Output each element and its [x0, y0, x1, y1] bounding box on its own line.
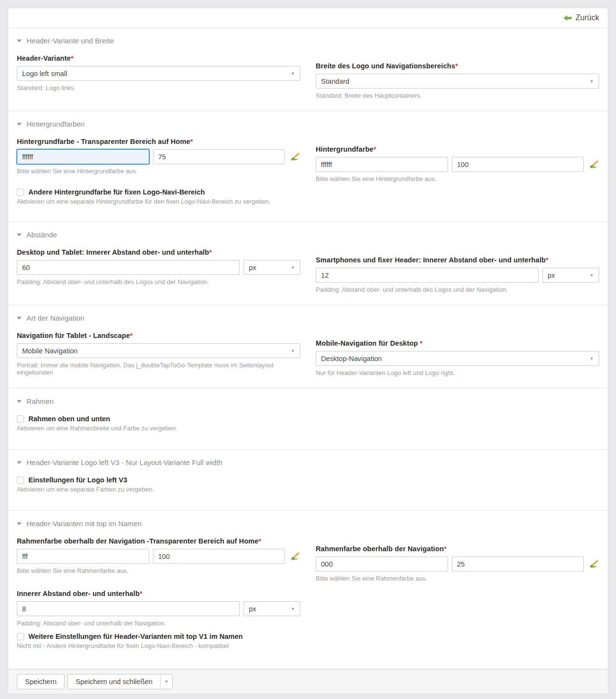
section-collapse-icon [17, 123, 22, 126]
mobile-navigation-desktop-select[interactable]: Desktop-Navigation [316, 351, 599, 366]
checkbox-help: Aktivieren um eine separate Hintergrundf… [17, 198, 599, 205]
color-picker-button[interactable] [289, 551, 300, 562]
section-title-label: Header-Variante und Breite [26, 37, 114, 45]
smartphone-abstand-input[interactable] [316, 268, 539, 283]
andere-hintergrundfarbe-checkbox[interactable] [17, 189, 24, 196]
required-mark: * [373, 145, 376, 153]
section-collapse-icon [17, 233, 22, 236]
field-hintergrundfarbe: Hintergrundfarbe* Bitte [316, 145, 599, 182]
paintbrush-icon [589, 160, 599, 168]
field-label: Innerer Abstand ober- und unterhalb* [17, 590, 300, 597]
field-label: Smartphones und fixer Header: Innerer Ab… [316, 256, 599, 264]
save-button[interactable]: Speichern [17, 674, 64, 689]
field-header-variante: Header-Variante* Logo left small Standar… [17, 54, 300, 99]
topbar: Zurück [8, 8, 608, 28]
field-innerer-abstand: Innerer Abstand ober- und unterhalb* px … [17, 590, 300, 627]
required-mark: * [258, 537, 261, 545]
header-variante-select[interactable]: Logo left small [17, 66, 300, 81]
section-logo-left-v3-toggle[interactable]: Header-Variante Logo left V3 - Nur Layou… [17, 456, 599, 466]
bg-transparent-color-input[interactable] [17, 149, 149, 164]
tablet-navigation-select[interactable]: Mobile Navigation [17, 343, 300, 358]
section-title-label: Hintergrundfarben [26, 120, 85, 128]
required-mark: * [444, 545, 447, 553]
field-help: Portrait: Immer die mobile Navigation. D… [17, 362, 300, 376]
required-mark: * [209, 248, 212, 256]
field-rahmen-oben-unten: Rahmen oben und unten Aktivieren um eine… [17, 415, 599, 432]
checkbox-label: Rahmen oben und unten [28, 415, 110, 423]
andere-hintergrundfarbe-checkbox-row[interactable]: Andere Hintergrundfarbe für fixen Logo-N… [17, 188, 599, 196]
field-label: Breite des Logo und Navigationsbereichs* [316, 62, 599, 70]
field-logo-navi-breite: Breite des Logo und Navigationsbereichs*… [316, 62, 599, 99]
save-options-dropdown-button[interactable] [160, 674, 173, 689]
section-hintergrundfarben-toggle[interactable]: Hintergrundfarben [17, 118, 599, 128]
color-picker-button[interactable] [588, 159, 599, 170]
rahmenfarbe-color-input[interactable] [316, 557, 448, 571]
required-mark: * [71, 54, 74, 62]
section-rahmen: Rahmen Rahmen oben und unten Aktivieren … [8, 388, 608, 450]
section-title-label: Header-Varianten mit top im Namen [26, 519, 141, 528]
section-collapse-icon [17, 39, 22, 42]
checkbox-help: Nicht mit - Andere Hintergrundfarbe für … [17, 642, 599, 649]
rahmen-checkbox[interactable] [17, 415, 24, 423]
back-label: Zurück [576, 13, 599, 22]
field-label: Rahmenfarbe oberhalb der Navigation -Tra… [17, 537, 300, 545]
field-label: Hintergrundfarbe - Transparenter Bereich… [17, 138, 300, 145]
paintbrush-icon [290, 153, 300, 161]
field-label: Navigation für Tablet - Landscape* [17, 332, 300, 339]
field-help: Standard: Breite des Hauptcontainers. [316, 92, 599, 99]
innerer-abstand-input[interactable] [17, 601, 240, 616]
field-label: Hintergrundfarbe* [316, 145, 599, 153]
required-mark: * [190, 138, 193, 145]
breite-select[interactable]: Standard [316, 74, 599, 89]
field-help: Padding: Abstand ober- und unterhalb des… [316, 286, 599, 293]
color-picker-button[interactable] [289, 151, 300, 163]
required-mark: * [455, 62, 458, 70]
section-title-label: Rahmen [26, 397, 54, 405]
field-mobile-navigation-desktop: Mobile-Navigation für Desktop* Desktop-N… [316, 339, 599, 376]
section-collapse-icon [17, 400, 22, 403]
bg-color-input[interactable] [316, 157, 448, 172]
back-button[interactable]: Zurück [564, 13, 599, 22]
rahmenfarbe-transparent-opacity-input[interactable] [153, 549, 285, 564]
save-close-button[interactable]: Speichern und schließen [67, 674, 161, 689]
section-rahmen-toggle[interactable]: Rahmen [17, 395, 599, 405]
section-header-variante-toggle[interactable]: Header-Variante und Breite [17, 35, 599, 45]
logo-v3-checkbox[interactable] [17, 477, 24, 484]
save-close-split-button: Speichern und schließen [67, 674, 173, 689]
bg-transparent-opacity-input[interactable] [153, 149, 285, 164]
required-mark: * [546, 256, 549, 264]
field-label: Desktop und Tablet: Innerer Abstand ober… [17, 248, 300, 256]
innerer-abstand-unit-select[interactable]: px [244, 601, 300, 616]
section-title-label: Abstände [26, 231, 57, 239]
desktop-abstand-unit-select[interactable]: px [244, 260, 300, 275]
field-tablet-navigation: Navigation für Tablet - Landscape* Mobil… [17, 332, 300, 376]
back-arrow-icon [564, 15, 572, 21]
field-andere-hintergrundfarbe: Andere Hintergrundfarbe für fixen Logo-N… [17, 188, 599, 205]
paintbrush-icon [290, 552, 300, 560]
section-art-der-navigation-toggle[interactable]: Art der Navigation [17, 312, 599, 322]
color-picker-button[interactable] [588, 558, 599, 570]
desktop-abstand-input[interactable] [17, 260, 240, 275]
bg-opacity-input[interactable] [452, 157, 584, 172]
section-title-label: Header-Variante Logo left V3 - Nur Layou… [26, 458, 222, 466]
weitere-einstellungen-checkbox[interactable] [17, 633, 24, 640]
logo-v3-checkbox-row[interactable]: Einstellungen für Logo left V3 [17, 476, 599, 484]
rahmenfarbe-opacity-input[interactable] [452, 557, 584, 571]
field-desktop-abstand: Desktop und Tablet: Innerer Abstand ober… [17, 248, 300, 293]
section-title-label: Art der Navigation [26, 314, 84, 322]
section-collapse-icon [17, 522, 22, 525]
rahmen-checkbox-row[interactable]: Rahmen oben und unten [17, 415, 599, 423]
field-rahmenfarbe: Rahmenfarbe oberhalb der Navigation* [316, 545, 599, 582]
field-help: Bitte wählen Sie eine Hintergrundfarbe a… [316, 175, 599, 182]
rahmenfarbe-transparent-color-input[interactable] [17, 549, 149, 564]
section-collapse-icon [17, 461, 22, 464]
section-collapse-icon [17, 317, 22, 320]
section-hintergrundfarben: Hintergrundfarben Hintergrundfarbe - Tra… [8, 111, 608, 222]
smartphone-abstand-unit-select[interactable]: px [542, 268, 599, 283]
section-abstaende-toggle[interactable]: Abstände [17, 229, 599, 239]
weitere-einstellungen-checkbox-row[interactable]: Weitere Einstellungen für Header-Variant… [17, 633, 599, 640]
field-bg-transparent-home: Hintergrundfarbe - Transparenter Bereich… [17, 138, 300, 182]
section-art-der-navigation: Art der Navigation Navigation für Tablet… [8, 305, 608, 388]
field-help: Standard: Logo links. [17, 84, 300, 91]
section-top-im-namen-toggle[interactable]: Header-Varianten mit top im Namen [17, 518, 599, 528]
